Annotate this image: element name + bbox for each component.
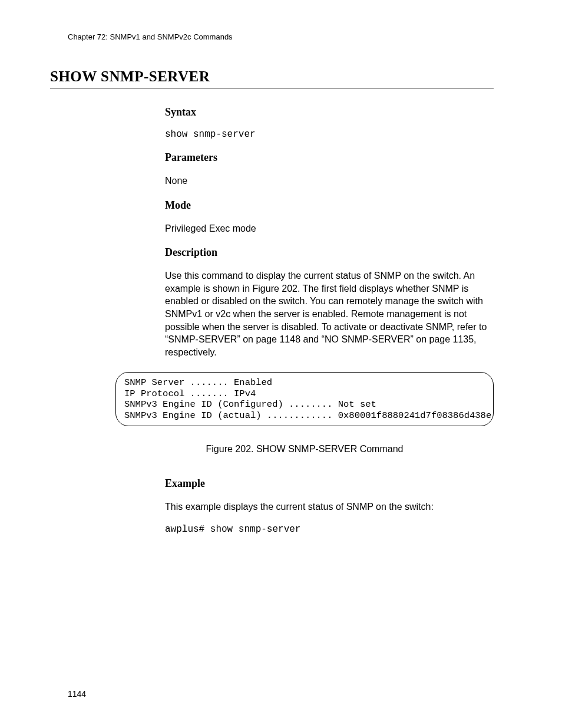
- mode-heading: Mode: [165, 199, 494, 212]
- page-number: 1144: [68, 689, 86, 699]
- parameters-heading: Parameters: [165, 151, 494, 164]
- mode-text: Privileged Exec mode: [165, 222, 494, 235]
- figure-caption: Figure 202. SHOW SNMP-SERVER Command: [115, 444, 494, 454]
- description-text: Use this command to display the current …: [165, 269, 494, 358]
- figure-block: SNMP Server ....... Enabled IP Protocol …: [115, 372, 494, 454]
- example-text: This example displays the current status…: [165, 500, 494, 513]
- example-heading: Example: [165, 477, 494, 490]
- description-heading: Description: [165, 246, 494, 259]
- parameters-text: None: [165, 174, 494, 187]
- figure-output-box: SNMP Server ....... Enabled IP Protocol …: [115, 372, 494, 426]
- example-command: awplus# show snmp-server: [165, 524, 494, 535]
- syntax-heading: Syntax: [165, 106, 494, 118]
- page-title: SHOW SNMP-SERVER: [50, 68, 494, 88]
- page-header: Chapter 72: SNMPv1 and SNMPv2c Commands: [68, 32, 233, 41]
- syntax-command: show snmp-server: [165, 129, 494, 140]
- example-section: Example This example displays the curren…: [165, 477, 494, 535]
- main-content: Syntax show snmp-server Parameters None …: [165, 106, 494, 358]
